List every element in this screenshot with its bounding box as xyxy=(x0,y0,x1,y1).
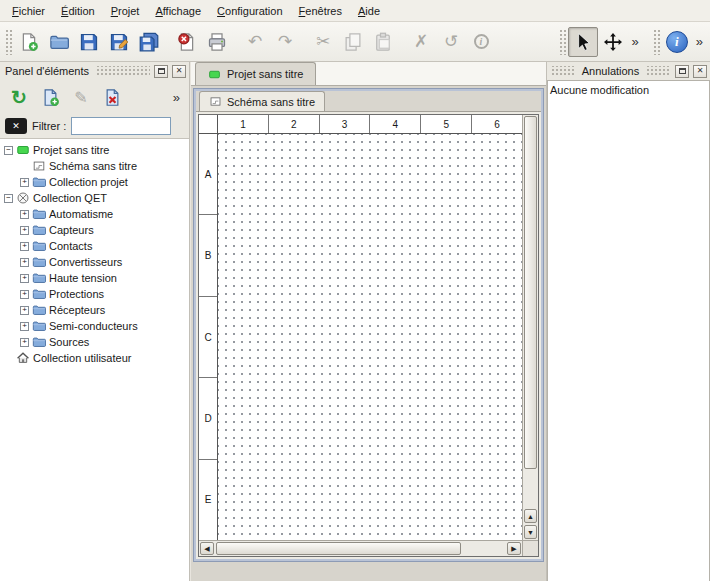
tree-expander-plus[interactable]: + xyxy=(20,242,29,251)
tree-expander-plus[interactable]: + xyxy=(20,290,29,299)
undo-icon: ↶ xyxy=(248,31,262,52)
menu-item-edition[interactable]: Édition xyxy=(53,1,103,21)
tab-schema[interactable]: Schéma sans titre xyxy=(199,91,325,111)
close-icon: ✕ xyxy=(697,67,704,75)
rotate-button[interactable]: ↺ xyxy=(436,27,466,57)
new-element-button[interactable] xyxy=(36,83,64,111)
paste-button[interactable] xyxy=(368,27,398,57)
copy-button[interactable] xyxy=(338,27,368,57)
edit-icon: ✎ xyxy=(74,88,87,107)
menu-item-aide[interactable]: Aide xyxy=(350,1,388,21)
tree-expander-plus[interactable]: + xyxy=(20,322,29,331)
new-document-button[interactable] xyxy=(14,27,44,57)
scroll-left-button[interactable]: ◀ xyxy=(200,542,214,555)
delete-element-button[interactable] xyxy=(98,83,126,111)
cut-icon: ✂ xyxy=(316,31,330,52)
float-dock-button[interactable] xyxy=(675,65,689,78)
menu-item-configuration[interactable]: Configuration xyxy=(209,1,290,21)
menu-item-projet[interactable]: Projet xyxy=(103,1,148,21)
folder-icon xyxy=(32,175,46,189)
column-label: 4 xyxy=(370,115,421,133)
tree-item[interactable]: +Collection projet xyxy=(0,174,189,190)
menu-item-fichier[interactable]: Fichier xyxy=(4,1,53,21)
element-info-button[interactable]: i xyxy=(466,27,496,57)
scroll-right-button[interactable]: ▶ xyxy=(507,542,521,555)
print-button[interactable] xyxy=(202,27,232,57)
tree-expander-plus[interactable]: + xyxy=(20,274,29,283)
row-ruler: ABCDE xyxy=(199,134,218,540)
filter-input[interactable] xyxy=(71,117,171,135)
close-dock-button[interactable]: ✕ xyxy=(693,65,707,78)
toolbar-grip-about[interactable] xyxy=(653,29,660,55)
tree-item[interactable]: +Convertisseurs xyxy=(0,254,189,270)
scroll-up-button[interactable]: ▲ xyxy=(524,509,537,523)
folder-icon xyxy=(32,303,46,317)
undo-dock-titlebar[interactable]: Annulations ✕ xyxy=(547,62,710,80)
project-icon xyxy=(16,143,30,157)
row-label: A xyxy=(199,134,217,215)
tree-expander-minus[interactable]: − xyxy=(4,146,13,155)
vertical-scroll-thumb[interactable] xyxy=(524,116,537,469)
scrollbar-corner xyxy=(522,540,538,556)
tree-expander-plus[interactable]: + xyxy=(20,210,29,219)
row-label: C xyxy=(199,297,217,378)
tree-item[interactable]: +Récepteurs xyxy=(0,302,189,318)
filter-row: ✕ Filtrer : xyxy=(0,114,189,138)
redo-button[interactable]: ↷ xyxy=(270,27,300,57)
about-overflow-button[interactable]: » xyxy=(692,34,707,49)
select-tool-button[interactable] xyxy=(568,27,598,57)
diagram-canvas[interactable] xyxy=(218,134,522,540)
close-document-button[interactable] xyxy=(172,27,202,57)
elements-panel-dock: Panel d'éléments ✕ ↻ ✎ » ✕ Filtrer : −Pr… xyxy=(0,62,190,581)
float-dock-button[interactable] xyxy=(154,65,168,78)
tree-item[interactable]: +Sources xyxy=(0,334,189,350)
tree-expander-plus[interactable]: + xyxy=(20,338,29,347)
toolbar-grip-tools[interactable] xyxy=(559,29,566,55)
tree-item[interactable]: −Collection QET xyxy=(0,190,189,206)
tree-item-label: Capteurs xyxy=(49,224,94,236)
panel-overflow-button[interactable]: » xyxy=(169,90,184,105)
tree-item[interactable]: +Haute tension xyxy=(0,270,189,286)
close-dock-button[interactable]: ✕ xyxy=(172,65,186,78)
tab-project[interactable]: Projet sans titre xyxy=(195,62,316,85)
horizontal-scroll-thumb[interactable] xyxy=(216,542,461,555)
undo-button[interactable]: ↶ xyxy=(240,27,270,57)
elements-tree[interactable]: −Projet sans titreSchéma sans titre+Coll… xyxy=(0,138,189,581)
tree-item[interactable]: −Projet sans titre xyxy=(0,142,189,158)
tree-item[interactable]: +Capteurs xyxy=(0,222,189,238)
folder-icon xyxy=(32,223,46,237)
tree-expander-plus[interactable]: + xyxy=(20,258,29,267)
clear-filter-button[interactable]: ✕ xyxy=(5,118,27,134)
toolbar-grip[interactable] xyxy=(5,29,12,55)
tools-overflow-button[interactable]: » xyxy=(628,34,643,49)
open-project-button[interactable] xyxy=(44,27,74,57)
tree-item[interactable]: +Automatisme xyxy=(0,206,189,222)
tree-expander-plus[interactable]: + xyxy=(20,226,29,235)
tree-item[interactable]: Collection utilisateur xyxy=(0,350,189,366)
horizontal-scrollbar[interactable]: ◀ ▶ xyxy=(199,540,522,556)
save-all-button[interactable] xyxy=(134,27,164,57)
edit-element-button[interactable]: ✎ xyxy=(67,83,95,111)
vertical-scrollbar[interactable]: ▲ ▼ xyxy=(522,115,538,540)
tree-expander-minus[interactable]: − xyxy=(4,194,13,203)
elements-panel-titlebar[interactable]: Panel d'éléments ✕ xyxy=(0,62,189,80)
menu-item-affichage[interactable]: Affichage xyxy=(147,1,209,21)
tree-expander-plus[interactable]: + xyxy=(20,306,29,315)
delete-button[interactable]: ✗ xyxy=(406,27,436,57)
tree-item-label: Collection utilisateur xyxy=(33,352,131,364)
tree-item[interactable]: +Protections xyxy=(0,286,189,302)
save-as-button[interactable] xyxy=(104,27,134,57)
reload-collections-button[interactable]: ↻ xyxy=(5,83,33,111)
scroll-down-button[interactable]: ▼ xyxy=(524,525,537,539)
about-button[interactable]: i xyxy=(662,27,692,57)
tree-item-label: Projet sans titre xyxy=(33,144,109,156)
tree-item[interactable]: +Semi-conducteurs xyxy=(0,318,189,334)
tree-item[interactable]: +Contacts xyxy=(0,238,189,254)
move-tool-button[interactable] xyxy=(598,27,628,57)
tree-expander-plus[interactable]: + xyxy=(20,178,29,187)
menu-item-fenetres[interactable]: Fenêtres xyxy=(291,1,350,21)
save-button[interactable] xyxy=(74,27,104,57)
cut-button[interactable]: ✂ xyxy=(308,27,338,57)
tree-item[interactable]: Schéma sans titre xyxy=(0,158,189,174)
tree-item-label: Sources xyxy=(49,336,89,348)
